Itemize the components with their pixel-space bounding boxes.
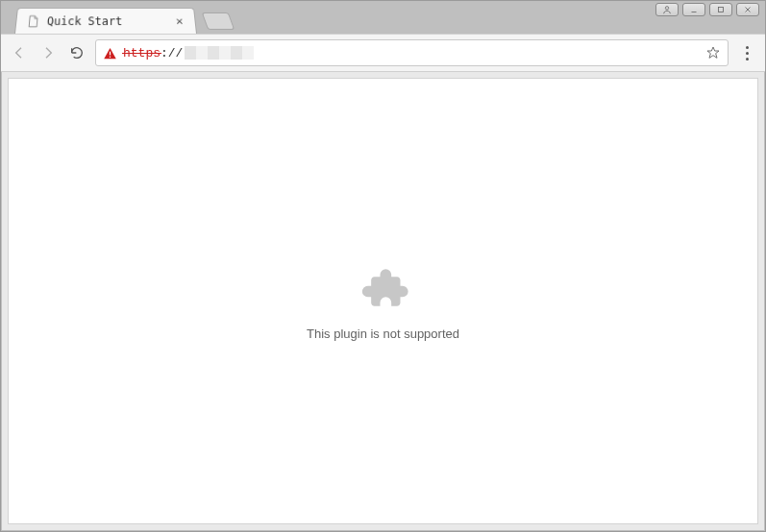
window-close-button[interactable] bbox=[736, 3, 759, 16]
svg-point-0 bbox=[665, 7, 668, 10]
arrow-left-icon bbox=[12, 45, 27, 60]
plugin-unsupported-message: This plugin is not supported bbox=[307, 326, 459, 341]
puzzle-piece-icon bbox=[357, 261, 410, 315]
star-icon bbox=[705, 45, 721, 60]
toolbar: https:// bbox=[1, 34, 765, 72]
svg-rect-5 bbox=[109, 51, 110, 55]
menu-button[interactable] bbox=[736, 42, 757, 63]
page-icon bbox=[26, 14, 40, 28]
forward-button[interactable] bbox=[37, 42, 59, 63]
url-scheme: https bbox=[123, 46, 161, 60]
back-button[interactable] bbox=[9, 42, 30, 63]
svg-rect-2 bbox=[719, 8, 724, 12]
content-area: This plugin is not supported bbox=[2, 72, 764, 530]
page-body: This plugin is not supported bbox=[8, 78, 758, 524]
close-icon bbox=[743, 5, 753, 14]
kebab-dot-icon bbox=[746, 46, 749, 49]
tab-close-button[interactable]: × bbox=[173, 15, 185, 27]
tab-title: Quick Start bbox=[46, 14, 166, 28]
address-bar[interactable]: https:// bbox=[95, 39, 729, 66]
url-host-obscured bbox=[185, 46, 254, 60]
window-minimize-button[interactable] bbox=[682, 3, 705, 16]
bookmark-button[interactable] bbox=[704, 44, 722, 61]
user-icon bbox=[662, 5, 672, 14]
window-user-button[interactable] bbox=[655, 3, 679, 16]
window-controls bbox=[655, 1, 759, 18]
browser-window: Quick Start × https:// bbox=[0, 0, 766, 532]
arrow-right-icon bbox=[40, 45, 56, 60]
reload-icon bbox=[69, 45, 85, 60]
minimize-icon bbox=[689, 5, 699, 14]
reload-button[interactable] bbox=[66, 42, 87, 63]
warning-triangle-icon bbox=[102, 45, 117, 60]
svg-rect-6 bbox=[109, 56, 110, 57]
tab-quick-start[interactable]: Quick Start × bbox=[14, 8, 197, 34]
maximize-icon bbox=[716, 5, 726, 14]
url-display: https:// bbox=[123, 40, 699, 65]
kebab-dot-icon bbox=[746, 52, 749, 55]
tab-strip: Quick Start × bbox=[1, 1, 765, 34]
url-separator: :// bbox=[161, 46, 183, 60]
window-maximize-button[interactable] bbox=[709, 3, 732, 16]
kebab-dot-icon bbox=[746, 58, 749, 60]
new-tab-button[interactable] bbox=[202, 12, 235, 30]
